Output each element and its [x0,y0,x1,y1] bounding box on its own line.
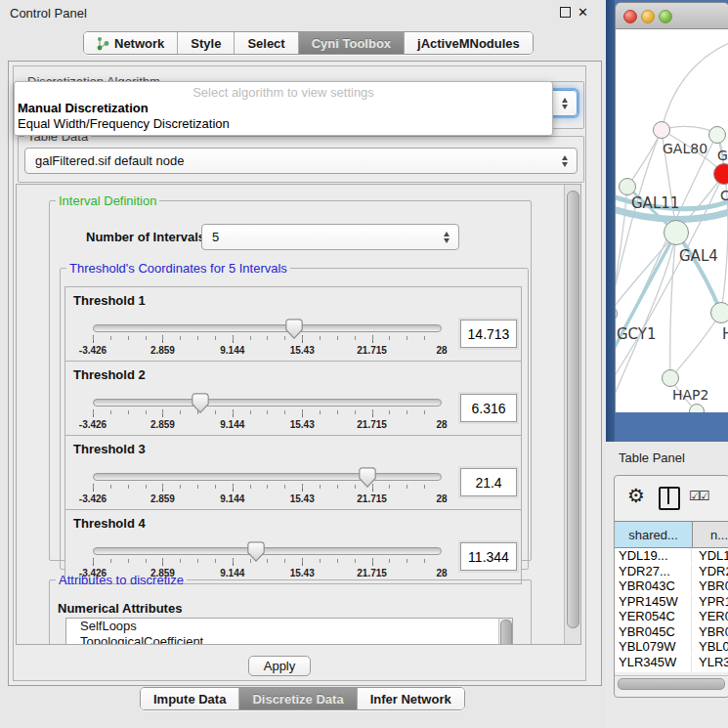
network-node-label: GAL4 [679,247,718,265]
tab-discretize-data[interactable]: Discretize Data [238,688,356,709]
apply-button[interactable]: Apply [248,656,311,676]
name-cell[interactable]: YBR0... [692,624,728,639]
slider-track[interactable] [93,473,442,481]
network-node[interactable] [662,369,679,387]
threshold-slider[interactable]: -3.4262.8599.14415.4321.71528 [93,322,442,358]
stepper-arrows-icon [444,232,450,243]
threshold-slider[interactable]: -3.4262.8599.14415.4321.71528 [93,397,442,432]
name-cell[interactable]: YDL1... [692,548,728,563]
table-row[interactable]: YPR145WYPR1... [615,594,728,610]
group-title: Interval Definition [56,193,159,208]
shared-name-cell[interactable]: YIL052C [615,669,692,672]
threshold-value-field[interactable]: 14.713 [460,320,517,348]
number-of-intervals-combobox[interactable]: 5 [201,224,459,250]
tick-label: -3.426 [79,345,107,356]
scrollbar-thumb[interactable] [567,191,579,628]
name-cell[interactable]: YER0... [692,609,728,623]
table-row[interactable]: YBR045CYBR0... [615,624,728,640]
screen: Control Panel ✕ NetworkStyleSelectCyni T… [0,0,728,728]
table-header: shared... n... [615,521,728,548]
algorithm-option[interactable]: Equal Width/Frequency Discretization [15,116,552,132]
network-node[interactable] [619,178,636,195]
table-row[interactable]: YBR043CYBR0... [615,578,728,594]
table-hscrollbar[interactable] [615,675,728,691]
column-header-shared-name[interactable]: shared... [615,522,693,547]
settings-scrollbar[interactable] [564,185,580,644]
close-window-icon[interactable]: ✕ [578,7,588,18]
threshold-slider[interactable]: -3.4262.8599.14415.4321.71528 [93,471,442,506]
slider-minor-ticks [93,336,442,340]
name-cell[interactable]: YBL0... [692,639,728,654]
tab-impute-data[interactable]: Impute Data [141,688,238,709]
tab-infer-network[interactable]: Infer Network [357,688,464,709]
tab-cyni-toolbox[interactable]: Cyni Toolbox [298,32,404,54]
slider-track[interactable] [93,547,442,555]
close-traffic-light-icon[interactable] [623,10,637,23]
gear-icon[interactable]: ⚙ [627,484,645,507]
shared-name-cell[interactable]: YDR27... [615,564,692,578]
column-header-name[interactable]: n... [693,522,728,547]
shared-name-cell[interactable]: YBR043C [615,578,692,593]
table-data-combobox[interactable]: galFiltered.sif default node [24,148,578,174]
threshold-value-field[interactable]: 6.316 [460,394,517,422]
list-scrollbar[interactable] [498,619,512,644]
slider-minor-ticks [93,410,442,414]
name-cell[interactable]: YPR1... [692,594,728,609]
network-node[interactable] [708,126,726,144]
tab-network[interactable]: Network [84,32,177,54]
slider-tick-labels: -3.4262.8599.14415.4321.71528 [93,345,442,357]
threshold-label: Threshold 1 [73,293,146,308]
shared-name-cell[interactable]: YER054C [615,609,692,623]
table-row[interactable]: YDR27...YDR2... [615,564,728,579]
bottom-tab-bar: Impute DataDiscretize DataInfer Network [140,687,465,710]
table-row[interactable]: YLR345WYLR3... [615,655,728,670]
split-view-icon[interactable] [659,487,680,510]
shared-name-cell[interactable]: YBL079W [615,639,692,654]
algorithm-popup-placeholder: Select algorithm to view settings [15,85,552,101]
float-window-icon[interactable] [560,7,571,18]
select-columns-icon[interactable]: ☑☑ [689,489,707,503]
group-title: Attributes to discretize [56,573,187,587]
numerical-attributes-list[interactable]: SelfLoopsTopologicalCoefficientBetweenne… [65,618,513,644]
tab-label: Infer Network [370,692,451,707]
shared-name-cell[interactable]: YPR145W [615,594,692,609]
network-node[interactable] [713,163,728,185]
shared-name-cell[interactable]: YDL19... [615,548,692,563]
name-cell[interactable]: YIL0... [692,669,728,672]
tick-label: 28 [436,419,447,430]
table-row[interactable]: YER054CYER0... [615,609,728,624]
zoom-traffic-light-icon[interactable] [659,10,672,23]
network-node[interactable] [653,121,670,139]
scrollbar-thumb[interactable] [618,678,725,690]
network-node[interactable] [689,404,705,412]
number-of-intervals-value: 5 [202,230,444,244]
network-window-titlebar[interactable] [616,3,728,29]
threshold-value-field[interactable]: 21.4 [460,468,517,496]
tab-select[interactable]: Select [234,32,297,54]
name-cell[interactable]: YDR2... [692,564,728,578]
table-row[interactable]: YIL052CYIL0... [615,669,728,672]
shared-name-cell[interactable]: YLR345W [615,655,692,669]
stepper-arrows-icon [562,98,568,109]
tab-label: jActiveMNodules [417,36,520,51]
slider-track[interactable] [93,399,442,407]
attribute-item[interactable]: SelfLoops [66,619,512,634]
slider-track[interactable] [93,324,442,332]
tab-label: Network [114,36,164,51]
numerical-attributes-label: Numerical Attributes [58,601,182,616]
table-row[interactable]: YBL079WYBL0... [615,639,728,655]
minimize-traffic-light-icon[interactable] [641,10,655,23]
algorithm-option[interactable]: Manual Discretization [15,101,552,116]
tab-jactivemnodules[interactable]: jActiveMNodules [404,32,533,54]
attribute-item[interactable]: TopologicalCoefficient [66,634,512,644]
table-row[interactable]: YDL19...YDL1... [615,548,728,564]
threshold-panel: Threshold 1-3.4262.8599.14415.4321.71528… [64,286,522,362]
network-node[interactable] [710,302,728,323]
network-canvas[interactable]: GAL80GACGAL11GAL4GCY1HHAP2 [616,29,728,412]
name-cell[interactable]: YBR0... [692,578,728,593]
shared-name-cell[interactable]: YBR045C [615,624,692,639]
threshold-value-field[interactable]: 11.344 [460,542,517,571]
network-node[interactable] [664,220,689,245]
name-cell[interactable]: YLR3... [692,655,728,669]
tab-style[interactable]: Style [177,32,234,54]
